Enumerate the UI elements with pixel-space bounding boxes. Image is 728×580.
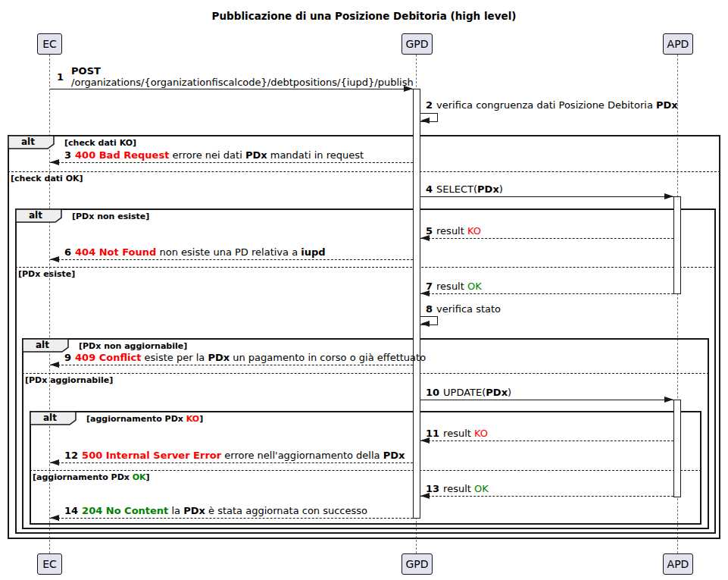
message-2-label: 2verifica congruenza dati Posizione Debi… — [426, 99, 678, 111]
guard-text: [aggiornamento PDx — [86, 414, 186, 424]
diagram-title: Pubblicazione di una Posizione Debitoria… — [0, 10, 728, 22]
arrowhead-left-icon — [420, 235, 430, 241]
message-text: result — [443, 428, 474, 439]
guard-text: [aggiornamento PDx — [33, 472, 133, 482]
message-number: 1 — [57, 71, 64, 83]
message-8-label: 8verifica stato — [426, 303, 501, 315]
alt-frame-3-divider — [22, 373, 709, 374]
message-status-ok: OK — [467, 281, 482, 292]
message-1-label: 1 POST/organizations/{organizationfiscal… — [57, 65, 414, 88]
message-path: /organizations/{organizationfiscalcode}/… — [71, 77, 414, 88]
message-text: UPDATE( — [443, 387, 486, 398]
message-text: è stata aggiornata con successo — [205, 505, 367, 516]
alt-frame-2-else-guard: [PDx esiste] — [18, 269, 75, 279]
message-emphasis: PDx — [245, 149, 267, 161]
message-14-arrow — [50, 518, 413, 519]
message-text: result — [436, 225, 467, 237]
sequence-diagram: Pubblicazione di una Posizione Debitoria… — [0, 0, 728, 580]
message-7-label: 7result OK — [426, 281, 482, 292]
message-number: 9 — [64, 352, 71, 363]
alt-frame-3-keyword: alt — [22, 340, 63, 350]
alt-frame-4-keyword: alt — [30, 412, 70, 423]
message-number: 10 — [426, 387, 439, 398]
message-12-arrow — [50, 462, 413, 463]
message-text: ) — [499, 183, 503, 195]
alt-frame-1-divider — [8, 171, 720, 172]
message-5-arrow — [420, 238, 673, 239]
message-number: 2 — [426, 99, 433, 111]
message-status-ok: OK — [474, 483, 489, 494]
guard-text: ] — [146, 472, 150, 482]
message-emphasis: iupd — [301, 246, 325, 258]
arrowhead-left-icon — [420, 290, 430, 296]
arrowhead-left-icon — [50, 159, 59, 165]
message-12-label: 12500 Internal Server Error errore nell'… — [64, 450, 405, 461]
message-text: result — [443, 483, 474, 494]
arrowhead-left-icon — [50, 515, 59, 521]
message-number: 4 — [426, 183, 433, 195]
message-emphasis: PDx — [208, 352, 230, 363]
message-5-label: 5result KO — [426, 225, 481, 237]
message-text: result — [436, 281, 467, 292]
alt-frame-2-divider — [15, 267, 716, 268]
alt-frame-1-tag: alt — [8, 135, 55, 149]
message-status-code: 404 Not Found — [75, 246, 156, 258]
arrowhead-left-icon — [420, 118, 430, 124]
message-10-label: 10UPDATE(PDx) — [426, 387, 511, 398]
message-text: verifica stato — [436, 303, 501, 315]
message-4-label: 4SELECT(PDx) — [426, 183, 503, 195]
participant-gpd-bottom: GPD — [401, 553, 433, 575]
participant-ec-bottom: EC — [37, 553, 62, 575]
alt-frame-1-keyword: alt — [8, 136, 48, 147]
arrowhead-right-icon — [664, 397, 673, 403]
message-3-label: 3400 Bad Request errore nei dati PDx man… — [64, 149, 364, 161]
message-number: 8 — [426, 303, 433, 315]
message-text: esiste per la — [141, 352, 208, 363]
arrowhead-left-icon — [420, 493, 430, 499]
message-status-code: 500 Internal Server Error — [82, 450, 221, 461]
message-status-code: 409 Conflict — [75, 352, 141, 363]
message-status-code: 400 Bad Request — [75, 149, 169, 161]
activation-apd-1 — [673, 196, 681, 294]
alt-frame-2-tag: alt — [15, 208, 62, 223]
message-13-label: 13result OK — [426, 483, 489, 494]
message-10-arrow — [420, 400, 673, 400]
message-13-arrow — [420, 496, 673, 497]
alt-frame-4-divider — [30, 470, 701, 471]
message-11-arrow — [420, 440, 673, 441]
alt-frame-4-tag: alt — [30, 411, 77, 425]
message-verb: POST — [71, 65, 414, 77]
alt-frame-2-keyword: alt — [15, 210, 56, 221]
alt-frame-1-guard: [check dati KO] — [64, 138, 136, 148]
message-3-arrow — [50, 162, 413, 163]
arrowhead-left-icon — [50, 256, 59, 262]
alt-frame-2-guard: [PDx non esiste] — [72, 212, 149, 221]
participant-ec-top: EC — [37, 33, 62, 55]
message-text: ) — [508, 387, 511, 398]
participant-apd-bottom: APD — [663, 553, 693, 575]
message-9-label: 9409 Conflict esiste per la PDx un pagam… — [64, 352, 426, 363]
message-emphasis: PDx — [486, 387, 508, 398]
message-7-arrow — [420, 293, 673, 294]
arrowhead-left-icon — [420, 321, 430, 327]
message-6-arrow — [50, 259, 413, 260]
guard-text: ] — [199, 414, 203, 424]
message-number: 3 — [64, 149, 71, 161]
message-status-ko: KO — [467, 225, 481, 237]
message-emphasis: PDx — [656, 99, 678, 111]
message-text: SELECT( — [436, 183, 477, 195]
participant-apd-top: APD — [663, 33, 693, 55]
guard-status-ko: KO — [186, 414, 199, 424]
arrowhead-right-icon — [664, 193, 673, 199]
alt-frame-3-else-guard: [PDx aggiornabile] — [25, 375, 113, 385]
message-4-arrow — [420, 196, 673, 197]
message-emphasis: PDx — [183, 505, 205, 516]
message-text: errore nei dati — [169, 149, 245, 161]
guard-status-ok: OK — [133, 472, 146, 482]
alt-frame-4-else-guard: [aggiornamento PDx OK] — [33, 472, 150, 482]
message-14-label: 14204 No Content la PDx è stata aggiorna… — [64, 505, 367, 516]
arrowhead-right-icon — [404, 86, 413, 92]
message-number: 12 — [64, 450, 78, 461]
alt-frame-3-guard: [PDx non aggiornabile] — [79, 341, 187, 351]
message-9-arrow — [50, 365, 413, 365]
